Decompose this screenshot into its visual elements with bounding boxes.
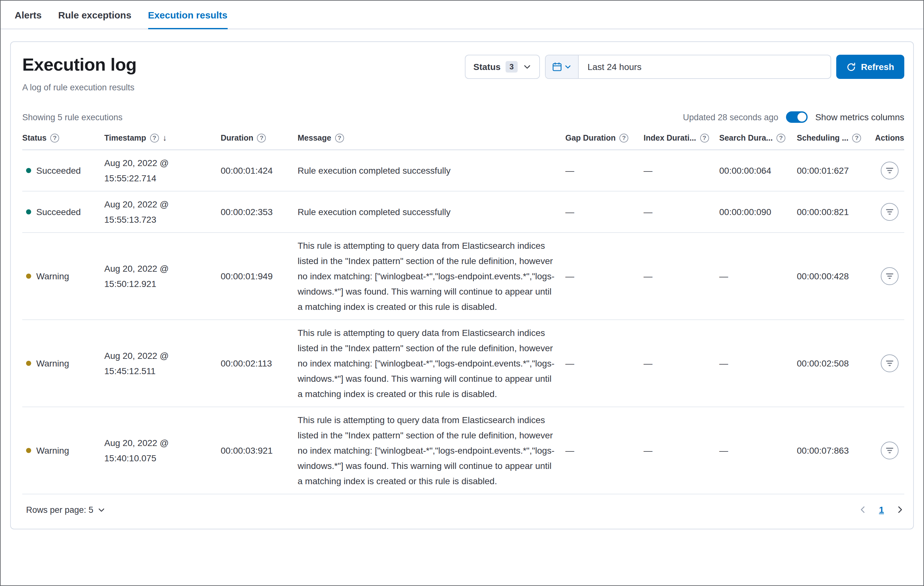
index-duration-cell: —	[644, 263, 719, 289]
tab-execution-results[interactable]: Execution results	[148, 1, 227, 29]
execution-log-table: Status ? Timestamp ? ↓ Duration ? Messag…	[22, 128, 904, 494]
duration-cell: 00:00:03:921	[221, 438, 298, 463]
table-row: Succeeded Aug 20, 2022 @ 15:55:13.723 00…	[22, 192, 904, 233]
status-label: Warning	[36, 268, 69, 284]
gap-duration-cell: —	[565, 438, 644, 463]
refresh-icon	[846, 62, 856, 71]
previous-page-button[interactable]	[858, 505, 868, 514]
duration-cell: 00:00:01:949	[221, 263, 298, 289]
utility-right: Updated 28 seconds ago Show metrics colu…	[683, 111, 904, 123]
timestamp-cell: Aug 20, 2022 @ 15:55:22.714	[104, 150, 221, 191]
message-cell: Rule execution completed successfully	[298, 199, 565, 225]
chevron-down-icon	[564, 63, 572, 71]
refresh-label: Refresh	[861, 62, 894, 72]
message-cell: Rule execution completed successfully	[298, 158, 565, 183]
column-header-scheduling-delay[interactable]: Scheduling ... ?	[797, 128, 875, 149]
search-duration-cell: 00:00:00:090	[719, 199, 797, 225]
updated-text: Updated 28 seconds ago	[683, 112, 778, 122]
help-icon[interactable]: ?	[700, 134, 709, 142]
panel-header: Execution log A log of rule execution re…	[22, 55, 904, 92]
page-title: Execution log	[22, 55, 136, 75]
status-label: Warning	[36, 356, 69, 371]
filter-action-button[interactable]	[881, 162, 899, 179]
column-header-duration[interactable]: Duration ?	[221, 128, 298, 149]
chevron-right-icon	[895, 505, 904, 514]
next-page-button[interactable]	[895, 505, 904, 514]
filter-action-button[interactable]	[881, 354, 899, 372]
tab-rule-exceptions[interactable]: Rule exceptions	[58, 1, 131, 29]
status-cell: Warning	[22, 351, 104, 376]
app-window: Alerts Rule exceptions Execution results…	[0, 0, 924, 586]
title-block: Execution log A log of rule execution re…	[22, 55, 136, 92]
rows-per-page-label: Rows per page: 5	[26, 505, 94, 515]
duration-cell: 00:00:01:424	[221, 158, 298, 183]
help-icon[interactable]: ?	[853, 134, 861, 142]
help-icon[interactable]: ?	[50, 134, 59, 142]
column-header-message[interactable]: Message ?	[298, 128, 565, 149]
column-header-index-duration[interactable]: Index Durati... ?	[644, 128, 719, 149]
status-filter-label: Status	[474, 62, 501, 72]
timestamp-cell: Aug 20, 2022 @ 15:40:10.075	[104, 430, 221, 471]
calendar-icon	[552, 62, 562, 72]
help-icon[interactable]: ?	[257, 134, 266, 142]
filter-action-button[interactable]	[881, 442, 899, 459]
table-row: Warning Aug 20, 2022 @ 15:45:12.511 00:0…	[22, 320, 904, 407]
column-header-label: Search Dura...	[719, 133, 773, 143]
column-header-gap-duration[interactable]: Gap Duration ?	[565, 128, 644, 149]
refresh-button[interactable]: Refresh	[836, 55, 904, 79]
actions-cell	[875, 437, 904, 465]
filter-icon	[884, 271, 895, 281]
duration-cell: 00:00:02:353	[221, 199, 298, 225]
header-controls: Status 3 Last 24 hours Refresh	[465, 55, 904, 79]
column-header-label: Gap Duration	[565, 133, 615, 143]
sort-desc-icon: ↓	[163, 133, 167, 143]
filter-action-button[interactable]	[881, 203, 899, 221]
column-header-label: Status	[22, 133, 46, 143]
help-icon[interactable]: ?	[619, 134, 628, 142]
help-icon[interactable]: ?	[335, 134, 344, 142]
date-range-value[interactable]: Last 24 hours	[579, 55, 830, 78]
status-filter-button[interactable]: Status 3	[465, 55, 540, 79]
index-duration-cell: —	[644, 351, 719, 376]
scheduling-delay-cell: 00:00:00:821	[797, 199, 875, 225]
index-duration-cell: —	[644, 199, 719, 225]
column-header-label: Actions	[875, 133, 904, 143]
metrics-toggle[interactable]	[786, 111, 808, 123]
column-header-status[interactable]: Status ?	[22, 128, 104, 149]
metrics-toggle-label: Show metrics columns	[815, 112, 904, 122]
scheduling-delay-cell: 00:00:02:508	[797, 351, 875, 376]
chevron-left-icon	[858, 505, 868, 514]
column-header-label: Duration	[221, 133, 253, 143]
column-header-label: Index Durati...	[644, 133, 696, 143]
timestamp-cell: Aug 20, 2022 @ 15:55:13.723	[104, 192, 221, 232]
gap-duration-cell: —	[565, 351, 644, 376]
filter-icon	[884, 207, 895, 217]
message-cell: This rule is attempting to query data fr…	[298, 407, 565, 494]
page-1-button[interactable]: 1	[879, 505, 884, 515]
column-header-label: Scheduling ...	[797, 133, 849, 143]
status-dot	[26, 168, 31, 173]
chevron-down-icon	[523, 62, 531, 71]
rows-per-page-button[interactable]: Rows per page: 5	[26, 505, 106, 515]
help-icon[interactable]: ?	[777, 134, 785, 142]
search-duration-cell: 00:00:00:064	[719, 158, 797, 183]
status-label: Succeeded	[36, 204, 81, 220]
search-duration-cell: —	[719, 263, 797, 289]
date-quick-select-button[interactable]	[546, 55, 579, 78]
top-tabs: Alerts Rule exceptions Execution results	[1, 1, 923, 29]
status-label: Warning	[36, 443, 69, 458]
actions-cell	[875, 157, 904, 184]
filter-icon	[884, 166, 895, 175]
column-header-label: Message	[298, 133, 331, 143]
column-header-search-duration[interactable]: Search Dura... ?	[719, 128, 797, 149]
search-duration-cell: —	[719, 438, 797, 463]
gap-duration-cell: —	[565, 158, 644, 183]
search-duration-cell: —	[719, 351, 797, 376]
status-cell: Warning	[22, 263, 104, 289]
filter-action-button[interactable]	[881, 267, 899, 285]
actions-cell	[875, 198, 904, 226]
column-header-timestamp[interactable]: Timestamp ? ↓	[104, 128, 221, 149]
help-icon[interactable]: ?	[150, 134, 159, 142]
tab-alerts[interactable]: Alerts	[15, 1, 42, 29]
gap-duration-cell: —	[565, 199, 644, 225]
